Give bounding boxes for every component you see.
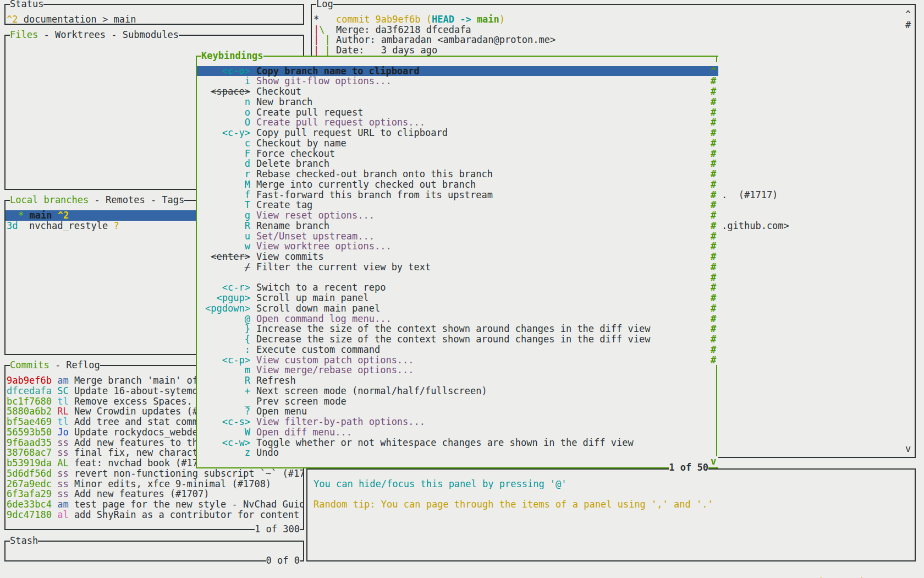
keybinding-item[interactable]: i Show git-flow options... xyxy=(197,76,718,86)
keybinding-item[interactable]: m View merge/rebase options... xyxy=(197,365,718,375)
keybinding-item[interactable]: ? Open menu xyxy=(197,406,718,417)
branches-panel-title[interactable]: Local branches - Remotes - Tags xyxy=(10,195,184,205)
popup-scroll-thumb-segment[interactable]: # xyxy=(708,272,718,283)
keybinding-item[interactable]: <c-p> View custom patch options... xyxy=(197,355,718,366)
popup-scroll-thumb-segment[interactable]: # xyxy=(708,293,718,303)
popup-scroll-thumb-segment[interactable]: # xyxy=(708,86,718,97)
popup-scroll-thumb-segment[interactable]: # xyxy=(708,128,718,138)
tab-files[interactable]: Files xyxy=(10,29,38,40)
keybinding-item[interactable]: + Next screen mode (normal/half/fullscre… xyxy=(197,386,718,396)
keybinding-item[interactable]: _ Prev screen mode xyxy=(197,396,718,407)
keybinding-item[interactable]: @ Open command log menu... xyxy=(197,314,718,324)
tab-remotes-tags[interactable]: - Remotes - Tags xyxy=(89,194,184,205)
popup-scroll-thumb-segment[interactable]: # xyxy=(708,355,718,366)
popup-scroll-thumb-segment[interactable]: # xyxy=(708,149,718,159)
popup-scroll-thumb-segment[interactable]: # xyxy=(708,210,718,221)
commit-row[interactable]: 6de33bc4 am test page for the new style … xyxy=(7,499,303,510)
popup-scroll-thumb-segment[interactable]: # xyxy=(708,200,718,210)
command-log-panel[interactable]: You can hide/focus this panel by pressin… xyxy=(306,468,916,561)
popup-scroll-thumb-segment[interactable]: # xyxy=(708,303,718,314)
commit-message: final fix, new characte xyxy=(74,448,204,458)
keybinding-item[interactable]: W Open diff menu... xyxy=(197,427,718,438)
popup-scroll-thumb-segment[interactable]: # xyxy=(708,262,718,272)
tab-reflog[interactable]: - Reflog xyxy=(50,359,100,370)
commit-row[interactable]: 267a9edc ss Minor edits, xfce 9-minimal … xyxy=(7,479,303,489)
status-panel-title[interactable]: Status xyxy=(10,0,43,9)
popup-scroll-thumb-segment[interactable]: # xyxy=(708,324,718,334)
tab-worktrees-submodules[interactable]: - Worktrees - Submodules xyxy=(38,29,179,40)
popup-scroll-thumb-segment[interactable]: # xyxy=(708,241,718,252)
popup-scroll-thumb-segment[interactable]: # xyxy=(708,221,718,231)
popup-scroll-thumb-segment[interactable]: # xyxy=(708,76,718,86)
popup-scroll-thumb-segment[interactable]: # xyxy=(708,179,718,190)
stash-panel[interactable]: Stash 0 of 0 xyxy=(4,541,304,561)
keybinding-item[interactable]: { Decrease the size of the context shown… xyxy=(197,334,718,345)
keybinding-item[interactable]: o Create pull request xyxy=(197,107,718,118)
keybinding-item[interactable]: <enter> View commits xyxy=(197,252,718,262)
commit-row[interactable]: 5d6df56d ss revert non-functioning subsc… xyxy=(7,468,303,479)
status-line: ^2 documentation > main xyxy=(7,14,303,24)
popup-scroll-thumb-segment[interactable]: # xyxy=(708,231,718,242)
popup-scroll-thumb-segment[interactable]: # xyxy=(708,159,718,169)
keybinding-item[interactable]: c Checkout by name xyxy=(197,138,718,149)
keybinding-item[interactable]: <c-o> Copy branch name to clipboard xyxy=(197,66,718,77)
graph-pipe: | xyxy=(314,45,319,56)
keybinding-item[interactable]: <c-w> Toggle whether or not whitespace c… xyxy=(197,438,718,448)
popup-scroll-down-icon[interactable]: v xyxy=(708,456,718,467)
popup-scroll-thumb-segment[interactable]: # xyxy=(708,117,718,128)
keybinding-item[interactable]: w View worktree options... xyxy=(197,241,718,252)
popup-scroll-thumb-segment[interactable]: # xyxy=(708,252,718,262)
keybinding-item[interactable]: <pgup> Scroll up main panel xyxy=(197,293,718,303)
commit-message: Add new features (#1707) xyxy=(74,489,210,499)
keybinding-item[interactable]: <c-r> Switch to a recent repo xyxy=(197,282,718,293)
keybinding-item[interactable] xyxy=(197,272,718,283)
keybinding-item[interactable]: z Undo xyxy=(197,448,718,458)
commits-panel-title[interactable]: Commits - Reflog xyxy=(10,360,100,370)
keybinding-item[interactable]: <pgdown> Scroll down main panel xyxy=(197,303,718,314)
log-scroll-thumb[interactable]: # xyxy=(904,20,912,30)
keybinding-item[interactable]: F Force checkout xyxy=(197,149,718,159)
tab-local-branches[interactable]: Local branches xyxy=(10,194,89,205)
popup-scroll-thumb-segment[interactable]: # xyxy=(708,97,718,107)
keybinding-item[interactable]: R Rename branch xyxy=(197,221,718,231)
keybindings-menu[interactable]: Keybindings <c-o> Copy branch name to cl… xyxy=(196,56,718,468)
log-scroll-down-icon[interactable]: v xyxy=(904,444,912,454)
log-panel-title[interactable]: Log xyxy=(316,0,333,9)
keybinding-item[interactable]: T Create tag xyxy=(197,200,718,210)
keybinding-item[interactable]: <space> Checkout xyxy=(197,86,718,97)
keybinding-item[interactable]: M Merge into currently checked out branc… xyxy=(197,179,718,190)
popup-scroll-thumb-segment[interactable]: # xyxy=(708,334,718,345)
keybinding-item[interactable]: <c-s> View filter-by-path options... xyxy=(197,417,718,427)
log-scroll-up-icon[interactable]: ^ xyxy=(904,9,912,20)
popup-scroll-thumb-segment[interactable]: # xyxy=(708,169,718,179)
keybinding-item[interactable]: n New branch xyxy=(197,97,718,107)
popup-scroll-thumb-segment[interactable]: # xyxy=(708,190,718,200)
keybinding-item[interactable]: O Create pull request options... xyxy=(197,117,718,128)
popup-scroll-thumb-segment[interactable]: # xyxy=(708,345,718,355)
status-panel[interactable]: Status ^2 documentation > main xyxy=(4,4,304,25)
keybinding-item[interactable]: } Increase the size of the context shown… xyxy=(197,324,718,334)
keybinding-item[interactable]: r Rebase checked-out branch onto this br… xyxy=(197,169,718,179)
files-panel-title[interactable]: Files - Worktrees - Submodules xyxy=(10,30,179,40)
popup-scroll-thumb[interactable]: ############################ xyxy=(708,76,718,365)
keybinding-item[interactable]: d Delete branch xyxy=(197,159,718,169)
tab-commits[interactable]: Commits xyxy=(10,359,50,370)
keybinding-item[interactable]: <c-y> Copy pull request URL to clipboard xyxy=(197,128,718,138)
keybinding-item[interactable]: u Set/Unset upstream... xyxy=(197,231,718,242)
keybinding-item[interactable]: f Fast-forward this branch from its upst… xyxy=(197,190,718,200)
keybinding-item[interactable]: g View reset options... xyxy=(197,210,718,221)
popup-scroll-thumb-segment[interactable]: # xyxy=(708,107,718,118)
commit-row[interactable]: 6f3afa29 ss Add new features (#1707) xyxy=(7,489,303,499)
popup-scroll-thumb-segment[interactable]: # xyxy=(708,138,718,149)
keybinding-item[interactable]: : Execute custom command xyxy=(197,345,718,355)
keybinding-item[interactable]: / Filter the current view by text xyxy=(197,262,718,272)
commit-row[interactable]: 9dc47180 al add ShyRain as a contributor… xyxy=(7,510,303,520)
popup-scroll-thumb-segment[interactable]: # xyxy=(708,314,718,324)
popup-scroll-thumb-segment[interactable]: # xyxy=(708,282,718,293)
popup-scroll-track[interactable] xyxy=(716,365,717,468)
popup-scrollbar[interactable]: ^ ############################ xyxy=(708,66,718,366)
stash-panel-title[interactable]: Stash xyxy=(10,536,38,546)
keybinding-item[interactable]: R Refresh xyxy=(197,375,718,386)
commit-author: RL xyxy=(57,406,68,417)
popup-scroll-up-icon[interactable]: ^ xyxy=(708,66,718,77)
